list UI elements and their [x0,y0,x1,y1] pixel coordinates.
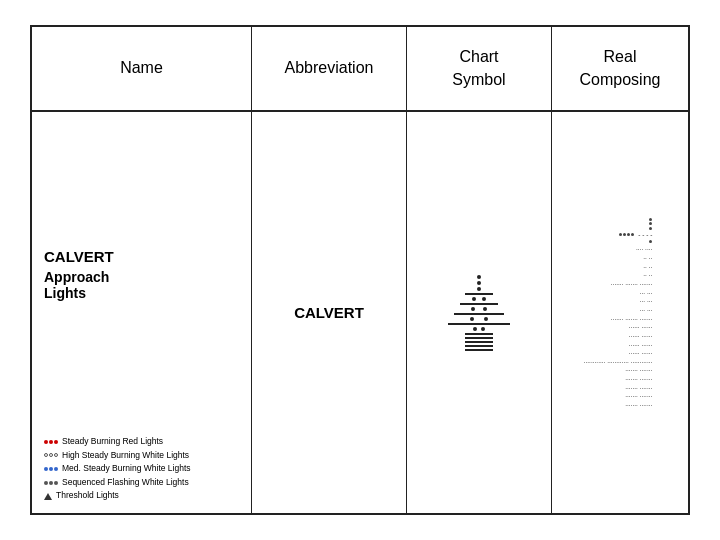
header-real-composing: Real Composing [552,27,688,110]
real-composing-diagram: - - - - .... .... .. .. .. .. .. .. ....… [584,218,657,407]
header-name: Name [32,27,252,110]
seq-dot-2 [49,481,53,485]
real-composing-cell: - - - - .... .... .. .. .. .. .. .. ....… [552,112,688,513]
red-dot-2 [49,440,53,444]
seq-dot-1 [44,481,48,485]
main-table: Name Abbreviation Chart Symbol Real Comp… [30,25,690,515]
threshold-triangle [44,493,52,500]
body-row: CALVERT Approach Lights Steady Burning R… [32,112,688,513]
white-dot-2 [49,453,53,457]
name-line2: Approach Lights [44,269,114,301]
blue-dot-1 [44,467,48,471]
legend-item-4: Sequenced Flashing White Lights [44,476,191,490]
legend: Steady Burning Red Lights High Steady Bu… [44,435,191,503]
chart-row-dots-top [477,275,481,279]
chart-symbol-cell [407,112,552,513]
legend-item-3: Med. Steady Burning White Lights [44,462,191,476]
legend-item-2: High Steady Burning White Lights [44,449,191,463]
header-chart-symbol: Chart Symbol [407,27,552,110]
abbreviation-cell: CALVERT [252,112,407,513]
red-dot-1 [44,440,48,444]
legend-item-5: Threshold Lights [44,489,191,503]
header-abbreviation: Abbreviation [252,27,407,110]
header-row: Name Abbreviation Chart Symbol Real Comp… [32,27,688,112]
blue-dot-2 [49,467,53,471]
seq-dot-3 [54,481,58,485]
name-cell: CALVERT Approach Lights Steady Burning R… [32,112,252,513]
white-dot-3 [54,453,58,457]
blue-dot-3 [54,467,58,471]
white-dot-1 [44,453,48,457]
legend-item-1: Steady Burning Red Lights [44,435,191,449]
calvert-chart-diagram [448,271,510,355]
red-dot-3 [54,440,58,444]
name-line1: CALVERT [44,248,114,265]
